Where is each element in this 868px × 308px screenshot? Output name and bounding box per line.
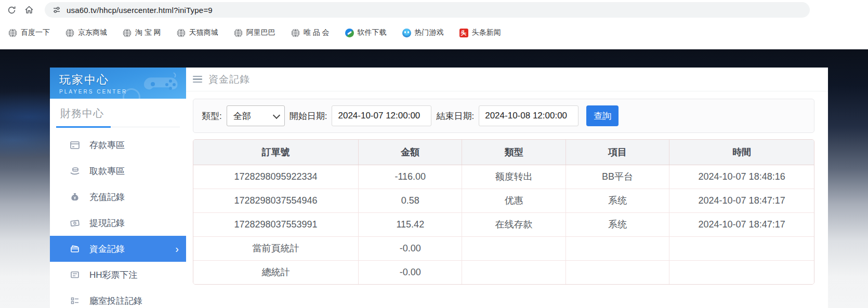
bookmark-jd[interactable]: 京东商城: [65, 28, 107, 37]
globe-icon: [291, 29, 300, 37]
address-bar[interactable]: usa60.tv/hhcp/usercenter.html?iniType=9: [45, 2, 810, 18]
bookmark-hot-games[interactable]: 热门游戏: [402, 28, 444, 37]
table-row: 1728298095922334 -116.00 额度转出 BB平台 2024-…: [193, 165, 814, 189]
table-row-page-total: 當前頁統計 -0.00: [193, 236, 814, 260]
cell-order-no: 1728298037553991: [193, 212, 359, 236]
page-header: 資金記錄: [186, 68, 828, 91]
bookmark-vip[interactable]: 唯 品 会: [291, 28, 330, 37]
cell-type: 额度转出: [462, 165, 565, 189]
globe-icon: [8, 29, 17, 37]
end-date-label: 結束日期:: [436, 110, 474, 122]
cell-time: 2024-10-07 18:48:16: [669, 165, 814, 189]
cell-grand-total-label: 總統計: [193, 260, 359, 284]
cell-type: 优惠: [462, 189, 565, 212]
browser-chrome: usa60.tv/hhcp/usercenter.html?iniType=9 …: [0, 0, 868, 49]
cell-item: 系统: [565, 212, 669, 236]
banknote-icon: [70, 218, 80, 228]
list-items-icon: [70, 296, 80, 306]
hand-money-icon: [70, 166, 80, 176]
sidebar-item-hh-lottery-bets[interactable]: HH彩票下注: [50, 262, 186, 288]
start-date-label: 開始日期:: [290, 110, 327, 122]
deposit-window-icon: [70, 140, 80, 150]
cell-order-no: 1728298095922334: [193, 165, 359, 189]
cell-page-total-label: 當前頁統計: [193, 236, 359, 260]
sidebar-item-funds-records[interactable]: 資金記錄 ›: [50, 236, 186, 262]
funds-table: 訂單號 金額 類型 項目 時間 1728298095922334 -116.00…: [193, 139, 814, 285]
sidebar: 玩家中心 PLAYERS CENTER 財務中心 存款專區: [50, 68, 186, 308]
column-header-amount: 金額: [359, 140, 462, 165]
cell-order-no: 1728298037554946: [193, 189, 359, 212]
browser-toolbar: usa60.tv/hhcp/usercenter.html?iniType=9: [0, 0, 868, 20]
content-panel: 玩家中心 PLAYERS CENTER 財務中心 存款專區: [50, 68, 828, 308]
column-header-time: 時間: [669, 140, 814, 165]
home-button[interactable]: [23, 4, 35, 16]
reload-button[interactable]: [5, 4, 18, 16]
type-select-wrap: 全部: [227, 105, 285, 126]
cell-amount: 115.42: [359, 212, 462, 236]
column-header-order-no: 訂單號: [193, 140, 359, 165]
column-header-type: 類型: [462, 140, 565, 165]
cell-grand-total-amount: -0.00: [359, 260, 462, 284]
bookmark-tmall[interactable]: 天猫商城: [177, 28, 218, 37]
globe-icon: [234, 29, 243, 37]
toutiao-news-icon: 头: [459, 29, 468, 37]
column-header-item: 項目: [565, 140, 669, 165]
page-title: 資金記錄: [208, 73, 250, 86]
bookmark-toutiao[interactable]: 头 头条新闻: [459, 28, 501, 37]
globe-icon: [177, 29, 186, 37]
menu-toggle-icon[interactable]: [193, 76, 202, 83]
sidebar-item-withdrawal-records[interactable]: 提現記錄: [50, 210, 186, 236]
chevron-right-icon: ›: [175, 244, 179, 254]
url-text: usa60.tv/hhcp/usercenter.html?iniType=9: [67, 6, 213, 15]
bookmark-taobao[interactable]: 淘 宝 网: [123, 28, 161, 37]
main-content: 資金記錄 類型: 全部 開始日期: 結束日期: 查詢: [186, 68, 828, 308]
bookmarks-bar: 百度一下 京东商城 淘 宝 网 天猫商城 阿里巴巴 唯 品 会 软件下载 热门: [0, 21, 868, 45]
cell-time: 2024-10-07 18:47:17: [669, 189, 814, 212]
type-label: 類型:: [202, 110, 222, 122]
players-center-header: 玩家中心 PLAYERS CENTER: [50, 68, 186, 99]
table-row-grand-total: 總統計 -0.00: [193, 260, 814, 284]
sidebar-item-hall-bet-records[interactable]: 廳室投註記錄: [50, 288, 186, 308]
bookmark-alibaba[interactable]: 阿里巴巴: [234, 28, 275, 37]
cell-amount: -116.00: [359, 165, 462, 189]
section-label: 財務中心: [60, 108, 104, 119]
bookmark-baidu[interactable]: 百度一下: [8, 28, 50, 37]
cell-amount: 0.58: [359, 189, 462, 212]
gamepad-icon: [141, 71, 182, 98]
end-date-input[interactable]: [479, 105, 578, 126]
table-row: 1728298037554946 0.58 优惠 系统 2024-10-07 1…: [193, 189, 814, 212]
cell-time: 2024-10-07 18:47:17: [669, 212, 814, 236]
ticket-list-icon: [70, 270, 80, 280]
cell-type: 在线存款: [462, 212, 565, 236]
globe-icon: [123, 29, 131, 37]
sidebar-item-recharge-records[interactable]: 充值記錄: [50, 184, 186, 210]
home-icon: [24, 5, 34, 15]
globe-icon: [65, 29, 74, 37]
sidebar-item-deposit-zone[interactable]: 存款專區: [50, 132, 186, 158]
type-select[interactable]: 全部: [227, 105, 285, 126]
sidebar-section-finance: 財務中心: [56, 99, 180, 127]
cell-item: BB平台: [565, 165, 669, 189]
bookmark-software-download[interactable]: 软件下载: [345, 28, 387, 37]
start-date-input[interactable]: [332, 105, 431, 126]
software-download-icon: [345, 29, 354, 37]
money-bag-icon: [70, 192, 80, 202]
hot-games-icon: [402, 29, 411, 37]
search-button[interactable]: 查詢: [586, 105, 619, 126]
site-settings-icon: [52, 5, 61, 15]
page-background: 玩家中心 PLAYERS CENTER 財務中心 存款專區: [0, 49, 868, 308]
reload-icon: [7, 5, 17, 15]
cell-item: 系统: [565, 189, 669, 212]
sidebar-item-withdraw-zone[interactable]: 取款專區: [50, 158, 186, 184]
wallet-cards-icon: [70, 244, 80, 254]
cell-page-total-amount: -0.00: [359, 236, 462, 260]
sidebar-menu: 存款專區 取款專區 充值記錄 提現記錄 資金記錄 ›: [50, 132, 186, 308]
table-row: 1728298037553991 115.42 在线存款 系统 2024-10-…: [193, 212, 814, 236]
filter-bar: 類型: 全部 開始日期: 結束日期: 查詢: [193, 99, 814, 133]
table-header: 訂單號 金額 類型 項目 時間: [193, 140, 814, 165]
